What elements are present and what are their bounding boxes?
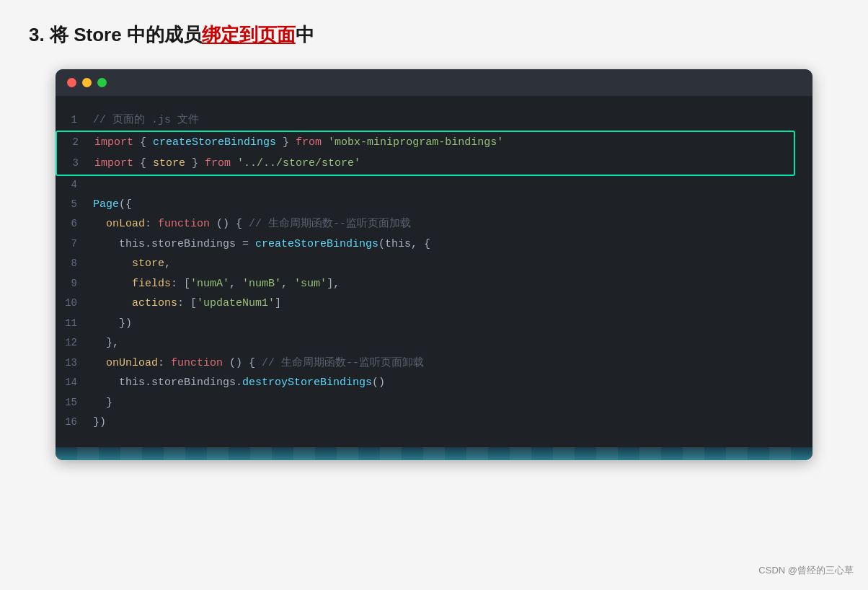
line-number-9: 9 bbox=[56, 276, 77, 293]
highlight-row-3: 3import { store } from '../../store/stor… bbox=[57, 153, 794, 175]
line-number-6: 6 bbox=[56, 216, 77, 233]
code-line-7: 7 this.storeBindings = createStoreBindin… bbox=[56, 234, 812, 255]
title-suffix: 中 bbox=[296, 24, 314, 45]
line-content-16: }) bbox=[93, 413, 795, 432]
dot-green bbox=[97, 78, 107, 87]
window-titlebar bbox=[56, 69, 812, 96]
line-content-12: }, bbox=[93, 334, 795, 353]
dot-red bbox=[67, 78, 76, 87]
line-number-7: 7 bbox=[56, 236, 77, 253]
code-line-12: 12 }, bbox=[56, 333, 812, 353]
code-line-6: 6 onLoad: function () { // 生命周期函数--监听页面加… bbox=[56, 214, 812, 234]
line-number-8: 8 bbox=[56, 255, 77, 273]
line-content-15: } bbox=[93, 394, 795, 413]
line-content-8: store, bbox=[93, 255, 795, 273]
line-number-3: 3 bbox=[57, 155, 79, 172]
highlight-row-2: 2import { createStoreBindings } from 'mo… bbox=[57, 132, 794, 154]
line-number-5: 5 bbox=[56, 196, 77, 213]
title-prefix: 3. 将 Store 中的成员 bbox=[29, 24, 202, 45]
code-line-9: 9 fields: ['numA', 'numB', 'sum'], bbox=[56, 274, 812, 294]
code-body: 1// 页面的 .js 文件2import { createStoreBindi… bbox=[56, 96, 812, 446]
code-line-11: 11 }) bbox=[56, 314, 812, 334]
line-content-5: Page({ bbox=[93, 195, 795, 214]
code-line-10: 10 actions: ['updateNum1'] bbox=[56, 294, 812, 314]
line-number-4: 4 bbox=[56, 177, 77, 194]
line-number-11: 11 bbox=[56, 315, 77, 333]
dot-yellow bbox=[82, 78, 92, 87]
code-line-16: 16}) bbox=[56, 413, 812, 433]
bottom-wave bbox=[56, 447, 812, 460]
page-title: 3. 将 Store 中的成员绑定到页面中 bbox=[29, 22, 839, 48]
code-line-15: 15 } bbox=[56, 393, 812, 413]
line-content-3: import { store } from '../../store/store… bbox=[94, 153, 794, 175]
line-number-13: 13 bbox=[56, 355, 77, 372]
line-number-15: 15 bbox=[56, 395, 77, 412]
watermark: CSDN @曾经的三心草 bbox=[758, 564, 854, 577]
code-window: 1// 页面的 .js 文件2import { createStoreBindi… bbox=[56, 69, 812, 459]
line-content-1: // 页面的 .js 文件 bbox=[93, 111, 795, 130]
line-content-9: fields: ['numA', 'numB', 'sum'], bbox=[93, 275, 795, 294]
line-content-7: this.storeBindings = createStoreBindings… bbox=[93, 235, 795, 254]
title-highlight: 绑定到页面 bbox=[202, 24, 296, 45]
code-line-14: 14 this.storeBindings.destroyStoreBindin… bbox=[56, 373, 812, 393]
line-content-6: onLoad: function () { // 生命周期函数--监听页面加载 bbox=[93, 215, 795, 234]
code-line-5: 5Page({ bbox=[56, 195, 812, 215]
code-line-4: 4 bbox=[56, 176, 812, 195]
line-content-2: import { createStoreBindings } from 'mob… bbox=[94, 132, 794, 154]
code-line-1: 1// 页面的 .js 文件 bbox=[56, 110, 812, 131]
highlight-block: 2import { createStoreBindings } from 'mo… bbox=[56, 131, 795, 176]
line-number-14: 14 bbox=[56, 374, 77, 392]
line-number-16: 16 bbox=[56, 414, 77, 431]
line-number-12: 12 bbox=[56, 335, 77, 352]
code-line-13: 13 onUnload: function () { // 生命周期函数--监听… bbox=[56, 353, 812, 374]
code-line-8: 8 store, bbox=[56, 254, 812, 274]
line-content-11: }) bbox=[93, 314, 795, 333]
line-number-1: 1 bbox=[56, 112, 77, 129]
line-content-10: actions: ['updateNum1'] bbox=[93, 294, 795, 313]
line-number-2: 2 bbox=[57, 134, 79, 151]
line-number-10: 10 bbox=[56, 295, 77, 312]
line-content-13: onUnload: function () { // 生命周期函数--监听页面卸… bbox=[93, 354, 795, 373]
line-content-14: this.storeBindings.destroyStoreBindings(… bbox=[93, 374, 795, 392]
